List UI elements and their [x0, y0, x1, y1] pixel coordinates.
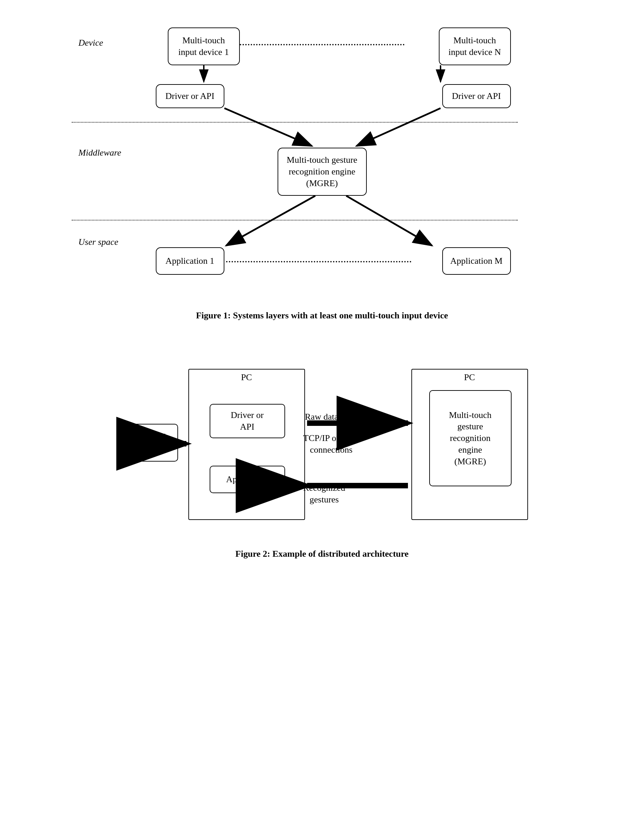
svg-line-5 [356, 108, 440, 146]
svg-line-4 [224, 108, 312, 146]
raw-data-label: Raw data [305, 412, 338, 422]
pc1-outer-box: PC Driver or API Application [188, 369, 305, 520]
pc2-outer-box: PC Multi-touch gesture recognition engin… [411, 369, 528, 520]
svg-line-7 [346, 196, 432, 245]
figure2-container: Multi-touch input device PC Driver or AP… [28, 348, 616, 559]
driverN-box: Driver or API [442, 84, 511, 108]
middleware-label: Middleware [79, 148, 121, 158]
app2-box: Application [210, 466, 285, 493]
pc2-label: PC [464, 372, 475, 382]
mt-input-device-box: Multi-touch input device [116, 424, 178, 462]
mt-device-1-box: Multi-touch input device 1 [168, 28, 240, 65]
appM-box: Application M [442, 247, 511, 275]
diagram1: Device Middleware User space Multi-touch… [134, 20, 511, 302]
dotted-apps [226, 261, 411, 262]
diagram2: Multi-touch input device PC Driver or AP… [116, 348, 528, 541]
mt-device-n-box: Multi-touch input device N [439, 28, 511, 65]
figure1-container: Device Middleware User space Multi-touch… [28, 20, 616, 321]
driver2-box: Driver or API [210, 404, 285, 438]
app1-box: Application 1 [156, 247, 224, 275]
device-label: Device [79, 38, 103, 48]
mgre-box: Multi-touch gesture recognition engine (… [278, 148, 367, 196]
recognized-label: Recognized gestures [303, 482, 345, 506]
figure1-caption: Figure 1: Systems layers with at least o… [28, 311, 616, 321]
dotted-top-devices [240, 44, 404, 45]
mgre2-box: Multi-touch gesture recognition engine (… [429, 390, 512, 486]
pc1-label: PC [241, 372, 252, 382]
tcp-label: TCP/IP or UDP connections [303, 432, 359, 456]
dotted-separator-1 [72, 122, 518, 123]
driver1-box: Driver or API [156, 84, 224, 108]
figure2-caption: Figure 2: Example of distributed archite… [28, 549, 616, 559]
user-space-label: User space [79, 237, 118, 247]
dotted-separator-2 [72, 220, 518, 220]
svg-line-6 [226, 196, 315, 245]
